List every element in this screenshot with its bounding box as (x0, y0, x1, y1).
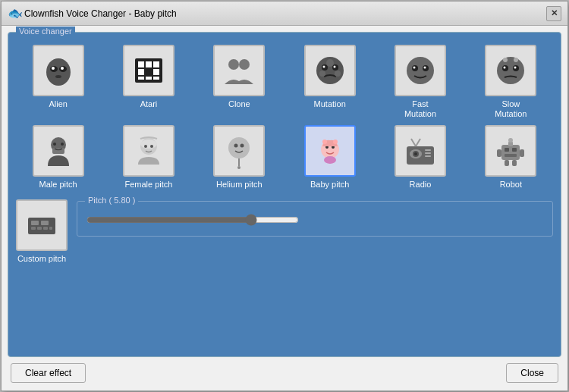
svg-point-4 (61, 67, 64, 70)
svg-point-3 (52, 67, 55, 70)
voice-label-mutation: Mutation (314, 99, 346, 109)
window-title: Clownfish Voice Changer - Baby pitch (24, 8, 177, 19)
svg-rect-77 (31, 221, 39, 225)
pitch-slider[interactable] (86, 214, 299, 226)
svg-point-40 (61, 143, 64, 146)
radio-svg-icon (402, 133, 439, 169)
voice-item-baby-pitch[interactable]: Baby pitch (288, 125, 372, 190)
svg-point-29 (423, 67, 426, 69)
voice-item-fast-mutation[interactable]: FastMutation (378, 45, 462, 119)
svg-point-35 (503, 58, 508, 62)
pitch-slider-label: Pitch ( 5.80 ) (85, 196, 138, 205)
svg-rect-61 (425, 149, 431, 151)
clone-svg-icon (221, 52, 257, 89)
voice-item-robot[interactable]: Robot (469, 125, 553, 190)
svg-point-43 (144, 145, 147, 148)
svg-rect-8 (146, 61, 152, 67)
svg-point-30 (497, 57, 524, 84)
svg-point-33 (504, 67, 506, 69)
svg-rect-75 (512, 160, 517, 166)
svg-rect-7 (138, 61, 144, 67)
group-label: Voice changer (16, 27, 75, 36)
voice-label-helium-pitch: Helium pitch (216, 180, 262, 190)
voice-icon-clone (213, 45, 265, 96)
svg-point-0 (46, 58, 71, 86)
svg-point-36 (514, 58, 518, 62)
svg-rect-80 (37, 227, 42, 230)
window-close-button[interactable]: ✕ (546, 6, 561, 21)
voice-icons-grid: Alien (16, 45, 553, 190)
svg-rect-73 (520, 149, 524, 157)
slow-mutation-svg-icon (492, 52, 529, 89)
svg-point-42 (140, 140, 157, 149)
svg-point-5 (55, 75, 61, 78)
voice-label-female-pitch: Female pitch (125, 180, 173, 190)
svg-line-64 (411, 139, 416, 146)
female-pitch-svg-icon (130, 133, 167, 169)
svg-point-25 (407, 57, 434, 84)
clear-effect-button[interactable]: Clear effect (11, 363, 86, 383)
svg-point-60 (414, 152, 417, 155)
svg-point-39 (53, 143, 56, 146)
voice-icon-mutation (304, 45, 356, 96)
close-button[interactable]: Close (506, 363, 558, 383)
baby-pitch-svg-icon (312, 133, 348, 169)
svg-rect-76 (28, 218, 55, 234)
voice-icon-helium-pitch (213, 125, 265, 177)
voice-icon-male-pitch (33, 125, 84, 177)
svg-point-15 (228, 59, 239, 70)
svg-rect-69 (505, 154, 517, 157)
svg-rect-13 (146, 77, 152, 80)
svg-point-22 (326, 59, 334, 67)
voice-label-male-pitch: Male pitch (39, 180, 77, 190)
voice-label-atari: Atari (140, 99, 158, 109)
voice-item-alien[interactable]: Alien (16, 45, 100, 119)
voice-label-radio: Radio (410, 180, 432, 190)
voice-item-atari[interactable]: Atari (106, 45, 190, 119)
svg-point-44 (150, 145, 153, 148)
svg-rect-68 (512, 148, 517, 152)
voice-item-clone[interactable]: Clone (197, 45, 281, 119)
voice-item-helium-pitch[interactable]: Helium pitch (197, 125, 281, 190)
voice-icon-female-pitch (123, 125, 174, 177)
voice-icon-alien (33, 45, 84, 96)
svg-rect-62 (425, 152, 431, 154)
svg-rect-81 (43, 227, 48, 230)
svg-point-55 (333, 140, 338, 144)
svg-point-34 (514, 67, 517, 69)
svg-point-23 (319, 71, 325, 77)
male-pitch-svg-icon (40, 133, 77, 169)
svg-rect-82 (49, 227, 52, 230)
window-body: Voice changer Alie (2, 26, 567, 390)
voice-label-clone: Clone (228, 99, 250, 109)
svg-rect-12 (138, 77, 144, 80)
slider-wrapper (86, 214, 543, 228)
svg-rect-10 (138, 69, 144, 75)
voice-label-alien: Alien (49, 99, 67, 109)
svg-rect-14 (153, 77, 159, 80)
svg-rect-66 (501, 145, 520, 160)
voice-label-baby-pitch: Baby pitch (310, 180, 349, 190)
svg-point-16 (239, 59, 250, 70)
voice-label-custom-pitch: Custom pitch (17, 254, 66, 264)
svg-rect-38 (52, 148, 64, 154)
voice-item-slow-mutation[interactable]: SlowMutation (469, 45, 553, 119)
voice-label-fast-mutation: FastMutation (404, 99, 436, 119)
fast-mutation-svg-icon (402, 52, 439, 89)
voice-item-male-pitch[interactable]: Male pitch (16, 125, 100, 190)
voice-icon-atari (123, 45, 174, 96)
svg-point-47 (240, 144, 244, 148)
svg-point-20 (322, 66, 325, 68)
footer: Clear effect Close (8, 357, 561, 384)
voice-item-radio[interactable]: Radio (378, 125, 462, 190)
voice-icon-slow-mutation (485, 45, 536, 96)
svg-point-49 (237, 166, 240, 169)
svg-rect-63 (425, 155, 431, 157)
voice-item-mutation[interactable]: Mutation (288, 45, 372, 119)
svg-point-46 (234, 144, 238, 148)
svg-rect-11 (153, 69, 159, 75)
voice-item-custom-pitch[interactable]: Custom pitch (16, 199, 68, 264)
mutation-svg-icon (312, 52, 348, 89)
voice-item-female-pitch[interactable]: Female pitch (106, 125, 190, 190)
robot-svg-icon (492, 133, 529, 169)
